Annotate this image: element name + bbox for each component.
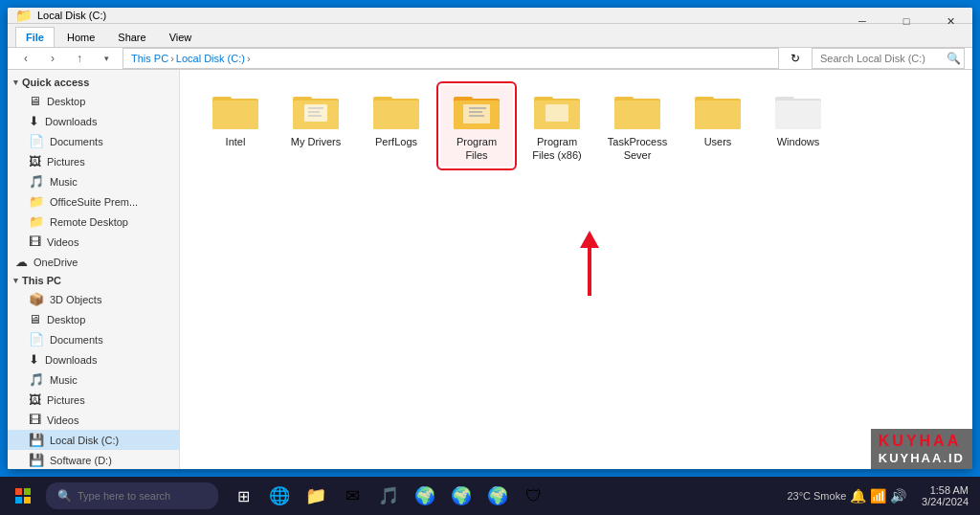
thispc-header[interactable]: ▾ This PC: [8, 272, 179, 289]
search-icon-button[interactable]: 🔍: [947, 52, 961, 65]
sidebar-item-videos2[interactable]: 🎞 Videos: [8, 410, 179, 430]
desktop2-icon: 🖥: [29, 312, 41, 326]
taskbar-icon-taskview[interactable]: ⊞: [226, 477, 260, 515]
path-localdisk[interactable]: Local Disk (C:): [176, 53, 245, 64]
taskbar-icon-browser1[interactable]: 🌍: [408, 477, 442, 515]
folder-intel-icon: [211, 89, 260, 131]
taskbar-icons: ⊞ 🌐 📁 ✉ 🎵 🌍 🌍 🌍 🛡: [226, 477, 551, 515]
address-path[interactable]: This PC › Local Disk (C:) ›: [122, 48, 779, 69]
taskbar-icon-browser3[interactable]: 🌍: [480, 477, 515, 515]
refresh-button[interactable]: ↻: [785, 48, 806, 69]
watermark-line1: KUYHAA: [879, 433, 965, 450]
tab-file[interactable]: File: [15, 27, 55, 47]
folder-mydrivers-icon: [291, 89, 341, 131]
svg-rect-23: [546, 104, 568, 122]
svg-rect-26: [614, 101, 660, 129]
folder-users-label: Users: [704, 135, 732, 148]
3dobjects-icon: 📦: [29, 292, 44, 306]
watermark-text2: KUYHAA.ID: [879, 451, 965, 465]
sidebar-item-software-d[interactable]: 💾 Software (D:): [8, 450, 179, 469]
content-area: Intel: [180, 70, 972, 182]
tab-home[interactable]: Home: [56, 27, 105, 47]
tab-share[interactable]: Share: [107, 27, 156, 47]
tab-view[interactable]: View: [159, 27, 203, 47]
taskbar-clock[interactable]: 1:58 AM 3/24/2024: [914, 484, 976, 507]
recent-button[interactable]: ▾: [96, 48, 117, 69]
maximize-button[interactable]: □: [884, 8, 928, 34]
downloads-icon: ⬇: [29, 114, 39, 128]
folder-perflogs[interactable]: PerfLogs: [360, 85, 433, 152]
address-bar: ‹ › ↑ ▾ This PC › Local Disk (C:) › ↻ 🔍: [8, 48, 972, 70]
folder-windows[interactable]: Windows: [762, 85, 835, 152]
svg-rect-32: [775, 101, 821, 129]
folder-mydrivers[interactable]: My Drivers: [279, 85, 352, 152]
close-button[interactable]: ✕: [928, 8, 972, 34]
svg-rect-6: [304, 104, 327, 122]
title-bar: 📁 Local Disk (C:) ─ □ ✕: [8, 8, 972, 24]
taskbar-icon-security[interactable]: 🛡: [517, 477, 551, 515]
folder-grid: Intel: [199, 85, 953, 167]
taskbar-icon-explorer[interactable]: 📁: [299, 477, 333, 515]
pictures-icon: 🖼: [29, 154, 41, 168]
remote-icon: 📁: [29, 214, 44, 229]
systray-icons: 🔔 📶 🔊: [850, 488, 906, 504]
folder-windows-icon: [773, 89, 823, 131]
taskbar-search[interactable]: 🔍: [46, 482, 218, 509]
main-area: ▾ Quick access 🖥 Desktop ⬇ Downloads 📄 D…: [8, 70, 972, 469]
folder-perflogs-label: PerfLogs: [375, 135, 417, 148]
folder-intel-label: Intel: [226, 135, 246, 148]
taskbar-icon-browser2[interactable]: 🌍: [444, 477, 479, 515]
pictures2-icon: 🖼: [29, 392, 41, 407]
folder-programfiles-icon: [452, 89, 501, 131]
folder-intel[interactable]: Intel: [199, 85, 272, 152]
downloads2-icon: ⬇: [29, 352, 39, 367]
annotation-arrow: [580, 231, 599, 296]
sidebar-item-localdisk-c[interactable]: 💾 Local Disk (C:): [8, 430, 179, 450]
forward-button[interactable]: ›: [42, 48, 63, 69]
sidebar-item-desktop2[interactable]: 🖥 Desktop: [8, 309, 179, 329]
sidebar-item-3dobjects[interactable]: 📦 3D Objects: [8, 289, 179, 309]
systray-condition: Smoke: [813, 490, 846, 502]
sidebar-item-music[interactable]: 🎵 Music: [8, 171, 179, 191]
videos-qa-icon: 🎞: [29, 235, 41, 249]
taskbar-systray: 23°C Smoke 🔔 📶 🔊: [779, 488, 914, 504]
taskbar-icon-music-app[interactable]: 🎵: [371, 477, 406, 515]
taskbar-icon-edge[interactable]: 🌐: [262, 477, 297, 515]
sidebar-item-documents[interactable]: 📄 Documents: [8, 131, 179, 151]
taskbar-icon-mail[interactable]: ✉: [335, 477, 369, 515]
folder-taskprocesssever[interactable]: TaskProcessSever: [601, 85, 674, 167]
folder-users-icon: [693, 89, 743, 131]
sidebar-item-downloads[interactable]: ⬇ Downloads: [8, 111, 179, 131]
sidebar-item-videos-qa[interactable]: 🎞 Videos: [8, 232, 179, 252]
up-button[interactable]: ↑: [69, 48, 90, 69]
start-button[interactable]: [4, 477, 42, 515]
sidebar-item-documents2[interactable]: 📄 Documents: [8, 329, 179, 349]
minimize-button[interactable]: ─: [840, 8, 884, 34]
folder-programfiles[interactable]: Program Files: [440, 85, 513, 167]
folder-perflogs-icon: [371, 89, 421, 131]
taskbar-search-input[interactable]: [78, 490, 192, 502]
back-button[interactable]: ‹: [15, 48, 36, 69]
folder-programfiles-x86[interactable]: Program Files (x86): [521, 85, 593, 167]
sidebar-item-pictures[interactable]: 🖼 Pictures: [8, 151, 179, 171]
sidebar-item-onedrive[interactable]: ☁ OneDrive: [8, 252, 179, 272]
folder-programfiles-x86-icon: [532, 89, 582, 131]
search-input[interactable]: [812, 48, 965, 69]
sidebar-item-officesuite[interactable]: 📁 OfficeSuite Prem...: [8, 191, 179, 212]
onedrive-icon: ☁: [15, 255, 28, 269]
ribbon-tabs: File Home Share View: [8, 24, 972, 47]
taskbar: 🔍 ⊞ 🌐 📁 ✉ 🎵 🌍 🌍 🌍 🛡 23°C Smoke 🔔 📶 🔊 1:5…: [0, 477, 980, 515]
quick-access-header[interactable]: ▾ Quick access: [8, 74, 179, 91]
path-thispc[interactable]: This PC: [131, 53, 168, 64]
sidebar-item-downloads2[interactable]: ⬇ Downloads: [8, 349, 179, 369]
sidebar-item-pictures2[interactable]: 🖼 Pictures: [8, 390, 179, 410]
systray-temp: 23°C: [787, 490, 811, 502]
music-icon: 🎵: [29, 174, 44, 189]
clock-time: 1:58 AM: [930, 484, 969, 496]
sidebar-item-remote[interactable]: 📁 Remote Desktop: [8, 212, 179, 232]
folder-users[interactable]: Users: [681, 85, 754, 152]
taskbar-search-icon: 🔍: [57, 489, 72, 503]
sidebar-item-music2[interactable]: 🎵 Music: [8, 369, 179, 390]
title-bar-title: Local Disk (C:): [37, 10, 965, 21]
sidebar-item-desktop[interactable]: 🖥 Desktop: [8, 91, 179, 111]
